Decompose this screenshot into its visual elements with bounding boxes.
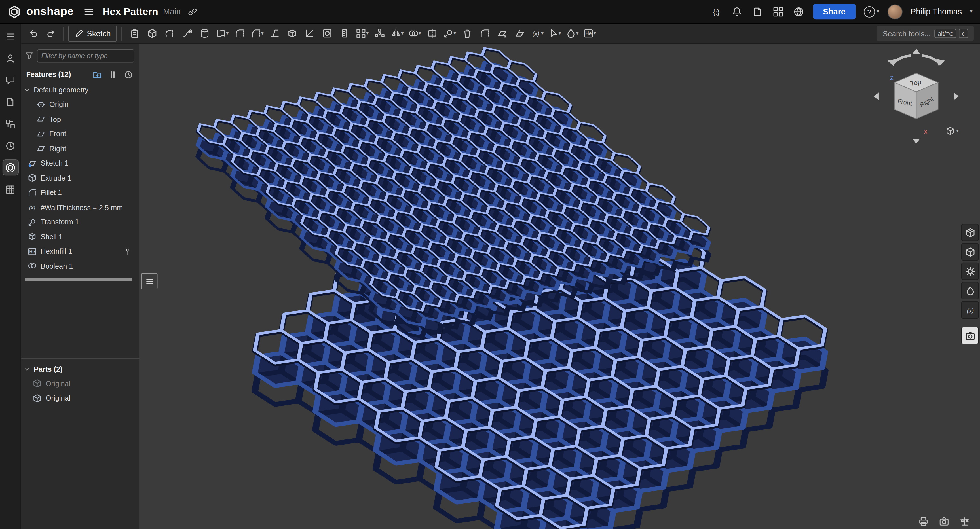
- dropdown-caret-icon[interactable]: ▾: [576, 31, 579, 36]
- mirror-button[interactable]: ▾: [389, 25, 405, 41]
- rotate-down-arrow[interactable]: [913, 139, 920, 144]
- dropdown-caret-icon[interactable]: ▾: [261, 31, 264, 36]
- part-row-original[interactable]: Original: [21, 391, 140, 406]
- undo-button[interactable]: [25, 25, 41, 41]
- feature-row-extrude-1[interactable]: Extrude 1: [21, 171, 140, 186]
- dropdown-caret-icon[interactable]: ▾: [454, 31, 456, 36]
- variables-table-button[interactable]: (x): [961, 301, 979, 319]
- feature-list-flyout-button[interactable]: [141, 273, 158, 289]
- draft-button[interactable]: [266, 25, 282, 41]
- selection-tools-button[interactable]: ▾: [546, 25, 563, 41]
- avatar[interactable]: [887, 4, 902, 19]
- feature-row-transform-1[interactable]: Transform 1: [21, 214, 140, 229]
- loft-button[interactable]: ▾: [214, 25, 230, 41]
- move-face-button[interactable]: [494, 25, 510, 41]
- share-link-icon[interactable]: [187, 6, 199, 17]
- redo-button[interactable]: [43, 25, 59, 41]
- versions-history-button[interactable]: [3, 138, 18, 153]
- feature-row-wallthickness-2-5-mm[interactable]: (x)#WallThickness = 2.5 mm: [21, 200, 140, 214]
- dropdown-caret-icon[interactable]: ▾: [366, 31, 369, 36]
- filter-input[interactable]: [37, 49, 134, 62]
- linear-pattern-button[interactable]: ▾: [354, 25, 370, 41]
- circular-pattern-button[interactable]: [371, 25, 388, 41]
- help-button[interactable]: ? ▾: [864, 6, 879, 17]
- dropdown-caret-icon[interactable]: ▾: [558, 31, 561, 36]
- rotate-ccw-arrowhead-icon[interactable]: [888, 59, 896, 66]
- boolean-button[interactable]: ▾: [406, 25, 423, 41]
- lolly-icon[interactable]: [124, 247, 132, 256]
- delete-part-button[interactable]: [459, 25, 475, 41]
- named-views-button[interactable]: [961, 224, 979, 241]
- feature-history-button[interactable]: [124, 70, 133, 79]
- feature-row-hexinfill-1[interactable]: HeHexInfill 1: [21, 244, 140, 259]
- create-folder-button[interactable]: [92, 70, 102, 79]
- featurescript-icon[interactable]: {;}: [710, 5, 722, 18]
- sweep-button[interactable]: [179, 25, 195, 41]
- notes-button[interactable]: [3, 94, 18, 110]
- modify-fillet-button[interactable]: [476, 25, 493, 41]
- feature-row-right[interactable]: Right: [21, 141, 140, 156]
- variable-button[interactable]: (x)▾: [529, 25, 545, 41]
- feature-row-sketch-1[interactable]: Sketch 1: [21, 156, 140, 171]
- measure-button[interactable]: [959, 516, 970, 527]
- chevron-down-icon[interactable]: [24, 87, 30, 93]
- offset-surface-button[interactable]: [511, 25, 527, 41]
- dropdown-caret-icon[interactable]: ▾: [401, 31, 404, 36]
- display-states-button[interactable]: [961, 243, 979, 261]
- parts-header[interactable]: Parts (2): [21, 362, 140, 376]
- rotate-up-arrow[interactable]: [913, 49, 920, 54]
- thread-button[interactable]: [336, 25, 352, 41]
- extrude-button[interactable]: [144, 25, 160, 41]
- view-options-button[interactable]: ▾: [946, 126, 959, 135]
- dropdown-caret-icon[interactable]: ▾: [418, 31, 421, 36]
- thicken-button[interactable]: [197, 25, 213, 41]
- chamfer-button[interactable]: ▾: [249, 25, 265, 41]
- share-button[interactable]: Share: [813, 4, 856, 19]
- rotate-right-arrow[interactable]: [954, 92, 959, 100]
- feature-list-button[interactable]: [3, 29, 18, 44]
- chevron-down-icon[interactable]: [24, 366, 30, 373]
- feature-row-shell-1[interactable]: Shell 1: [21, 229, 140, 244]
- comments-button[interactable]: [3, 73, 18, 87]
- render-panel-button[interactable]: [961, 327, 979, 345]
- sketch-button[interactable]: Sketch: [68, 25, 117, 41]
- learning-center-icon[interactable]: [751, 5, 764, 18]
- language-icon[interactable]: [792, 5, 805, 18]
- workspace-name[interactable]: Main: [163, 7, 181, 16]
- feature-row-boolean-1[interactable]: Boolean 1: [21, 259, 140, 273]
- model-canvas[interactable]: [140, 44, 980, 529]
- collaborators-button[interactable]: [3, 51, 18, 66]
- dropdown-caret-icon[interactable]: ▾: [541, 31, 544, 36]
- transform-button[interactable]: ▾: [442, 25, 458, 41]
- webcam-button[interactable]: [939, 516, 950, 527]
- print-3d-button[interactable]: [918, 516, 929, 527]
- onshape-logo-icon[interactable]: [7, 5, 21, 18]
- split-button[interactable]: [424, 25, 440, 41]
- configurations-button[interactable]: [961, 262, 979, 280]
- fillet-button[interactable]: [231, 25, 248, 41]
- user-menu-caret-icon[interactable]: ▾: [970, 9, 973, 14]
- feature-row-fillet-1[interactable]: Fillet 1: [21, 186, 140, 200]
- main-menu-icon[interactable]: [83, 5, 95, 18]
- filter-funnel-icon[interactable]: [25, 51, 34, 60]
- search-tools[interactable]: Search tools... alt/⌥c: [877, 25, 974, 41]
- shell-button[interactable]: [284, 25, 300, 41]
- rotate-cw-arrowhead-icon[interactable]: [936, 59, 945, 66]
- rib-button[interactable]: [301, 25, 318, 41]
- feature-row-top[interactable]: Top: [21, 112, 140, 127]
- hole-button[interactable]: [319, 25, 335, 41]
- notifications-icon[interactable]: [730, 5, 743, 18]
- part-studio-button[interactable]: [3, 160, 18, 175]
- dropdown-caret-icon[interactable]: ▾: [226, 31, 229, 36]
- appearance-button[interactable]: ▾: [564, 25, 580, 41]
- suppress-features-button[interactable]: [108, 70, 118, 79]
- dropdown-caret-icon[interactable]: ▾: [593, 31, 596, 36]
- feature-row-origin[interactable]: Origin: [21, 97, 140, 112]
- tables-button[interactable]: [3, 182, 18, 197]
- user-name[interactable]: Philip Thomas: [910, 7, 962, 16]
- app-store-icon[interactable]: [772, 5, 784, 18]
- feature-row-front[interactable]: Front: [21, 126, 140, 141]
- rotate-left-arrow[interactable]: [873, 92, 879, 100]
- hexinfill-button[interactable]: He▾: [581, 25, 597, 41]
- copy-sketch-button[interactable]: [126, 25, 143, 41]
